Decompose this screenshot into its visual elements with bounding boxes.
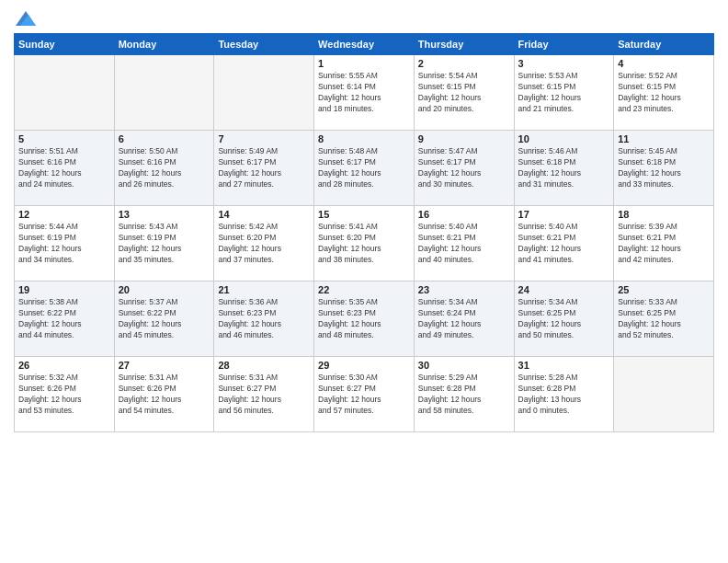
logo-icon [16, 9, 36, 29]
calendar-cell: 18Sunrise: 5:39 AM Sunset: 6:21 PM Dayli… [614, 206, 714, 282]
calendar-cell: 1Sunrise: 5:55 AM Sunset: 6:14 PM Daylig… [314, 55, 415, 131]
day-number: 20 [119, 284, 210, 295]
day-number: 30 [418, 360, 510, 371]
calendar-cell: 30Sunrise: 5:29 AM Sunset: 6:28 PM Dayli… [414, 357, 514, 432]
day-info: Sunrise: 5:54 AM Sunset: 6:15 PM Dayligh… [418, 71, 510, 115]
calendar-cell [614, 357, 714, 432]
day-info: Sunrise: 5:28 AM Sunset: 6:28 PM Dayligh… [518, 373, 610, 417]
calendar-cell: 7Sunrise: 5:49 AM Sunset: 6:17 PM Daylig… [214, 131, 314, 206]
calendar-cell: 17Sunrise: 5:40 AM Sunset: 6:21 PM Dayli… [514, 206, 614, 282]
day-number: 17 [518, 209, 610, 220]
calendar-cell: 15Sunrise: 5:41 AM Sunset: 6:20 PM Dayli… [314, 206, 415, 282]
weekday-header-saturday: Saturday [614, 34, 714, 55]
page: SundayMondayTuesdayWednesdayThursdayFrid… [0, 0, 728, 563]
day-number: 18 [618, 209, 710, 220]
day-info: Sunrise: 5:47 AM Sunset: 6:17 PM Dayligh… [418, 146, 510, 190]
day-info: Sunrise: 5:40 AM Sunset: 6:21 PM Dayligh… [518, 222, 610, 266]
day-number: 3 [518, 58, 610, 69]
calendar-week-row: 26Sunrise: 5:32 AM Sunset: 6:26 PM Dayli… [15, 357, 714, 432]
calendar-cell: 8Sunrise: 5:48 AM Sunset: 6:17 PM Daylig… [314, 131, 415, 206]
day-number: 2 [418, 58, 510, 69]
day-number: 9 [418, 133, 510, 144]
day-number: 29 [318, 360, 410, 371]
day-number: 14 [218, 209, 310, 220]
day-info: Sunrise: 5:45 AM Sunset: 6:18 PM Dayligh… [618, 146, 710, 190]
calendar-cell: 11Sunrise: 5:45 AM Sunset: 6:18 PM Dayli… [614, 131, 714, 206]
day-number: 27 [119, 360, 210, 371]
day-info: Sunrise: 5:31 AM Sunset: 6:26 PM Dayligh… [119, 373, 210, 417]
day-number: 22 [318, 284, 410, 295]
day-number: 31 [518, 360, 610, 371]
day-number: 26 [18, 360, 110, 371]
calendar-cell: 21Sunrise: 5:36 AM Sunset: 6:23 PM Dayli… [214, 282, 314, 357]
day-info: Sunrise: 5:38 AM Sunset: 6:22 PM Dayligh… [18, 297, 110, 341]
day-number: 19 [18, 284, 110, 295]
calendar-cell: 5Sunrise: 5:51 AM Sunset: 6:16 PM Daylig… [15, 131, 115, 206]
day-info: Sunrise: 5:35 AM Sunset: 6:23 PM Dayligh… [318, 297, 410, 341]
calendar-cell: 31Sunrise: 5:28 AM Sunset: 6:28 PM Dayli… [514, 357, 614, 432]
day-info: Sunrise: 5:31 AM Sunset: 6:27 PM Dayligh… [218, 373, 310, 417]
calendar-cell: 25Sunrise: 5:33 AM Sunset: 6:25 PM Dayli… [614, 282, 714, 357]
weekday-header-wednesday: Wednesday [314, 34, 415, 55]
day-info: Sunrise: 5:34 AM Sunset: 6:25 PM Dayligh… [518, 297, 610, 341]
calendar-cell: 14Sunrise: 5:42 AM Sunset: 6:20 PM Dayli… [214, 206, 314, 282]
day-number: 13 [119, 209, 210, 220]
day-number: 25 [618, 284, 710, 295]
day-number: 6 [119, 133, 210, 144]
day-number: 5 [18, 133, 110, 144]
day-info: Sunrise: 5:30 AM Sunset: 6:27 PM Dayligh… [318, 373, 410, 417]
day-info: Sunrise: 5:46 AM Sunset: 6:18 PM Dayligh… [518, 146, 610, 190]
weekday-header-monday: Monday [114, 34, 214, 55]
calendar-week-row: 5Sunrise: 5:51 AM Sunset: 6:16 PM Daylig… [15, 131, 714, 206]
day-number: 7 [218, 133, 310, 144]
calendar-week-row: 19Sunrise: 5:38 AM Sunset: 6:22 PM Dayli… [15, 282, 714, 357]
day-info: Sunrise: 5:53 AM Sunset: 6:15 PM Dayligh… [518, 71, 610, 115]
day-number: 24 [518, 284, 610, 295]
calendar-cell: 19Sunrise: 5:38 AM Sunset: 6:22 PM Dayli… [15, 282, 115, 357]
day-info: Sunrise: 5:39 AM Sunset: 6:21 PM Dayligh… [618, 222, 710, 266]
calendar-week-row: 1Sunrise: 5:55 AM Sunset: 6:14 PM Daylig… [15, 55, 714, 131]
day-info: Sunrise: 5:29 AM Sunset: 6:28 PM Dayligh… [418, 373, 510, 417]
day-number: 23 [418, 284, 510, 295]
calendar-cell: 13Sunrise: 5:43 AM Sunset: 6:19 PM Dayli… [114, 206, 214, 282]
day-info: Sunrise: 5:33 AM Sunset: 6:25 PM Dayligh… [618, 297, 710, 341]
day-number: 28 [218, 360, 310, 371]
calendar-cell: 29Sunrise: 5:30 AM Sunset: 6:27 PM Dayli… [314, 357, 415, 432]
calendar-cell: 28Sunrise: 5:31 AM Sunset: 6:27 PM Dayli… [214, 357, 314, 432]
calendar-cell: 24Sunrise: 5:34 AM Sunset: 6:25 PM Dayli… [514, 282, 614, 357]
day-info: Sunrise: 5:44 AM Sunset: 6:19 PM Dayligh… [18, 222, 110, 266]
day-info: Sunrise: 5:41 AM Sunset: 6:20 PM Dayligh… [318, 222, 410, 266]
calendar-cell: 26Sunrise: 5:32 AM Sunset: 6:26 PM Dayli… [15, 357, 115, 432]
day-info: Sunrise: 5:50 AM Sunset: 6:16 PM Dayligh… [119, 146, 210, 190]
calendar-cell: 27Sunrise: 5:31 AM Sunset: 6:26 PM Dayli… [114, 357, 214, 432]
calendar-cell: 6Sunrise: 5:50 AM Sunset: 6:16 PM Daylig… [114, 131, 214, 206]
day-info: Sunrise: 5:49 AM Sunset: 6:17 PM Dayligh… [218, 146, 310, 190]
weekday-header-tuesday: Tuesday [214, 34, 314, 55]
header [14, 9, 714, 26]
day-number: 16 [418, 209, 510, 220]
weekday-header-friday: Friday [514, 34, 614, 55]
calendar-cell [114, 55, 214, 131]
day-number: 10 [518, 133, 610, 144]
weekday-header-sunday: Sunday [15, 34, 115, 55]
day-number: 11 [618, 133, 710, 144]
calendar-cell: 2Sunrise: 5:54 AM Sunset: 6:15 PM Daylig… [414, 55, 514, 131]
calendar-cell: 16Sunrise: 5:40 AM Sunset: 6:21 PM Dayli… [414, 206, 514, 282]
calendar-cell: 23Sunrise: 5:34 AM Sunset: 6:24 PM Dayli… [414, 282, 514, 357]
day-info: Sunrise: 5:34 AM Sunset: 6:24 PM Dayligh… [418, 297, 510, 341]
calendar-cell: 9Sunrise: 5:47 AM Sunset: 6:17 PM Daylig… [414, 131, 514, 206]
day-info: Sunrise: 5:55 AM Sunset: 6:14 PM Dayligh… [318, 71, 410, 115]
calendar-cell: 12Sunrise: 5:44 AM Sunset: 6:19 PM Dayli… [15, 206, 115, 282]
calendar-cell: 3Sunrise: 5:53 AM Sunset: 6:15 PM Daylig… [514, 55, 614, 131]
day-number: 12 [18, 209, 110, 220]
calendar-cell [214, 55, 314, 131]
calendar-cell: 4Sunrise: 5:52 AM Sunset: 6:15 PM Daylig… [614, 55, 714, 131]
day-info: Sunrise: 5:43 AM Sunset: 6:19 PM Dayligh… [119, 222, 210, 266]
calendar-cell: 20Sunrise: 5:37 AM Sunset: 6:22 PM Dayli… [114, 282, 214, 357]
day-info: Sunrise: 5:37 AM Sunset: 6:22 PM Dayligh… [119, 297, 210, 341]
day-number: 1 [318, 58, 410, 69]
day-info: Sunrise: 5:40 AM Sunset: 6:21 PM Dayligh… [418, 222, 510, 266]
calendar-table: SundayMondayTuesdayWednesdayThursdayFrid… [14, 33, 714, 432]
day-info: Sunrise: 5:52 AM Sunset: 6:15 PM Dayligh… [618, 71, 710, 115]
calendar-week-row: 12Sunrise: 5:44 AM Sunset: 6:19 PM Dayli… [15, 206, 714, 282]
